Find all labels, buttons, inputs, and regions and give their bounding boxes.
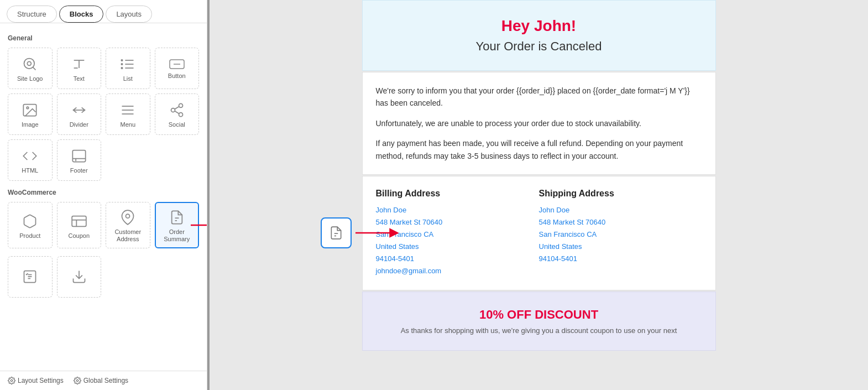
shipping-address: Shipping Address John Doe 548 Market St … — [539, 189, 702, 278]
discount-suffix: OFF DISCOUNT — [504, 308, 598, 321]
svg-point-21 — [171, 108, 175, 112]
block-divider[interactable]: Divider — [57, 93, 102, 135]
text-para-3: If any payment has been made, you will r… — [376, 137, 702, 162]
image-label: Image — [22, 121, 39, 128]
discount-percent: 10% — [479, 308, 504, 321]
text-para-2: Unfortunately, we are unable to process … — [376, 117, 702, 129]
shipping-country: United States — [539, 242, 582, 251]
billing-zip: 94104-5401 — [376, 254, 414, 263]
menu-label: Menu — [120, 121, 135, 128]
billing-address: Billing Address John Doe 548 Market St 7… — [376, 189, 539, 278]
svg-point-41 — [76, 379, 79, 382]
block-download[interactable] — [57, 256, 102, 298]
tab-layouts[interactable]: Layouts — [106, 6, 152, 23]
global-settings-link[interactable]: Global Settings — [74, 377, 128, 384]
list-label: List — [123, 75, 133, 82]
svg-rect-28 — [72, 216, 86, 226]
tab-structure[interactable]: Structure — [7, 6, 57, 23]
gear-icon — [8, 377, 15, 384]
product-label: Product — [19, 232, 40, 240]
block-customer-address[interactable]: Customer Address — [106, 202, 150, 248]
extra-blocks-grid — [8, 256, 199, 298]
block-order-items[interactable] — [8, 256, 53, 298]
block-social[interactable]: Social — [155, 93, 200, 135]
email-address-block: Billing Address John Doe 548 Market St 7… — [362, 176, 716, 290]
general-blocks-grid: Site Logo Text List — [8, 48, 199, 181]
block-footer[interactable]: Footer — [57, 139, 102, 181]
shipping-heading: Shipping Address — [539, 189, 702, 199]
gear-icon-2 — [74, 377, 81, 384]
footer-label: Footer — [70, 167, 88, 174]
billing-addr1: 548 Market St 70640 — [376, 218, 443, 226]
block-product[interactable]: Product — [8, 202, 53, 248]
email-canvas: Hey John! Your Order is Canceled We're s… — [362, 0, 716, 351]
billing-email: johndoe@gmail.com — [376, 267, 442, 275]
button-label: Button — [168, 72, 186, 80]
shipping-name: John Doe — [539, 206, 570, 214]
svg-point-31 — [126, 214, 130, 218]
block-list[interactable]: List — [106, 48, 150, 89]
panel-footer: Layout Settings Global Settings — [0, 371, 207, 390]
block-order-summary[interactable]: Order Summary — [155, 202, 200, 248]
woo-blocks-grid: Product Coupon Customer Address — [8, 202, 199, 248]
text-para-1: We're sorry to inform you that your orde… — [376, 85, 702, 110]
svg-rect-25 — [72, 150, 85, 162]
hero-line2: Your Order is Canceled — [374, 39, 704, 54]
svg-point-2 — [28, 61, 32, 65]
shipping-zip: 94104-5401 — [539, 254, 577, 263]
block-button[interactable]: Button — [155, 48, 200, 89]
block-coupon[interactable]: Coupon — [57, 202, 102, 248]
shipping-addr1: 548 Market St 70640 — [539, 218, 606, 226]
address-section-wrapper: Billing Address John Doe 548 Market St 7… — [362, 176, 716, 290]
html-label: HTML — [22, 167, 38, 174]
billing-addr2: San Francisco CA — [376, 230, 434, 238]
general-section-label: General — [8, 34, 199, 42]
site-logo-label: Site Logo — [17, 75, 43, 82]
email-hero: Hey John! Your Order is Canceled — [362, 0, 716, 71]
divider-label: Divider — [70, 121, 88, 128]
hero-line1: Hey John! — [374, 17, 704, 35]
tab-blocks[interactable]: Blocks — [59, 6, 104, 23]
block-menu[interactable]: Menu — [106, 93, 150, 135]
block-site-logo[interactable]: Site Logo — [8, 48, 53, 89]
svg-line-1 — [33, 67, 36, 70]
svg-point-0 — [24, 58, 35, 69]
coupon-label: Coupon — [68, 232, 90, 240]
shipping-addr2: San Francisco CA — [539, 230, 597, 238]
left-red-arrow-icon — [190, 219, 207, 232]
svg-point-15 — [27, 107, 29, 109]
global-settings-label: Global Settings — [83, 377, 128, 384]
billing-heading: Billing Address — [376, 189, 539, 199]
discount-body: As thanks for shopping with us, we're gi… — [376, 326, 702, 335]
dragging-block-icon[interactable] — [321, 217, 352, 248]
block-image[interactable]: Image — [8, 93, 53, 135]
right-panel: Hey John! Your Order is Canceled We're s… — [210, 0, 868, 390]
block-text[interactable]: Text — [57, 48, 102, 89]
tabs-bar: Structure Blocks Layouts — [0, 0, 207, 23]
svg-point-40 — [11, 379, 13, 382]
woocommerce-section-label: WooCommerce — [8, 189, 199, 196]
discount-heading: 10% OFF DISCOUNT — [376, 308, 702, 322]
billing-country: United States — [376, 242, 419, 251]
billing-name: John Doe — [376, 206, 407, 214]
layout-settings-label: Layout Settings — [18, 377, 64, 384]
email-discount-block: 10% OFF DISCOUNT As thanks for shopping … — [362, 292, 716, 351]
layout-settings-link[interactable]: Layout Settings — [8, 377, 64, 384]
svg-point-22 — [179, 113, 182, 117]
block-html[interactable]: HTML — [8, 139, 53, 181]
customer-address-label: Customer Address — [108, 228, 148, 243]
text-label: Text — [74, 75, 85, 82]
svg-line-23 — [175, 111, 179, 114]
svg-point-9 — [122, 60, 123, 61]
svg-point-11 — [122, 67, 123, 69]
left-panel: Structure Blocks Layouts General Site Lo… — [0, 0, 207, 390]
social-label: Social — [169, 121, 185, 128]
svg-point-10 — [122, 64, 123, 65]
document-icon — [329, 226, 343, 240]
email-text-block: We're sorry to inform you that your orde… — [362, 72, 716, 175]
svg-line-24 — [175, 107, 179, 110]
svg-point-20 — [179, 103, 182, 107]
panel-content: General Site Logo Text — [0, 23, 207, 371]
